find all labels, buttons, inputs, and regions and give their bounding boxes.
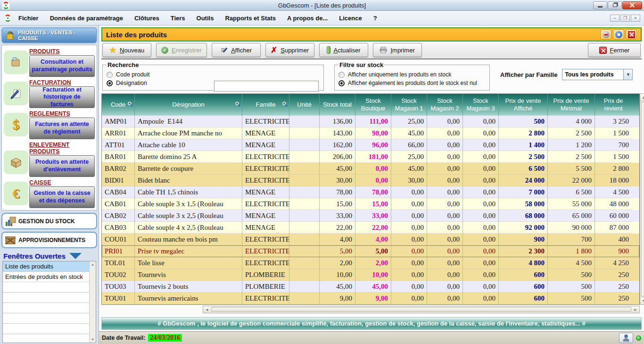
search-input[interactable] [214,81,319,92]
column-header-stock-magasin1[interactable]: Stock Magasin 1 [391,94,427,116]
afficher-label: Afficher [231,47,252,54]
search-icon[interactable] [128,101,133,109]
menu-item[interactable]: Clôtures [129,13,165,24]
column-header-prix-vente-minimal[interactable]: Prix de vente Minimal [548,94,595,116]
sidebar-header-button[interactable]: PRODUITS - VENTES - CAISSE [1,27,97,43]
scroll-down-icon[interactable]: ▼ [640,297,644,304]
scroll-down-icon[interactable]: ▼ [91,337,95,342]
column-header-unite[interactable]: Unité [289,94,320,116]
table-row[interactable]: TOU01 Tournevis americains ELECTRICITE 9… [102,293,639,304]
mdi-restore-icon[interactable]: ❐ [620,15,630,22]
gestion-du-stock-button[interactable]: GESTION DU STOCK [1,213,97,229]
table-row[interactable]: TOU03 Tournevis 2 bouts PLOMBERIE 45,00 … [102,281,639,293]
table-vertical-scrollbar[interactable]: ▲ ▼ [640,93,644,305]
table-row[interactable]: TOL01 Tole lisse ELECTRICITE 2,00 2,00 0… [102,257,639,269]
cell-stock-magasin3: 0,00 [463,269,499,281]
open-window-item[interactable]: Entrées de produits en stock [3,272,96,282]
mdi-minimize-icon[interactable]: – [610,15,619,22]
table-row[interactable]: BAR02 Barrette de coupure ELECTRICITE 45… [102,163,639,175]
table-row[interactable]: CAB03 Cable souple 4 x 2,5 (Rouleau MENA… [102,222,639,234]
radio-stock-nul[interactable] [339,80,345,86]
header-stop-button[interactable] [613,29,624,40]
sidebar-section-title-enlevement[interactable]: ENLEVEMENT PRODUITS [29,142,95,155]
close-button[interactable] [622,1,642,9]
menu-item[interactable]: Données de paramétrage [44,13,129,24]
nouveau-button[interactable]: ★Nouveau [102,43,151,57]
chevron-down-icon[interactable]: ▼ [623,69,632,80]
column-header-famille[interactable]: Famille [242,94,289,116]
column-header-stock-total[interactable]: Stock total [320,94,355,116]
fermer-button[interactable]: Fermer [588,43,641,57]
menu-item[interactable]: Tiers [165,13,191,24]
sidebar-button-enlevement[interactable]: Produits en attente d'enlèvement [29,155,95,177]
table-row[interactable]: TOU02 Tournevis PLOMBERIE 10,00 10,00 0,… [102,269,639,281]
radio-produits-en-stock[interactable] [339,72,345,78]
column-header-code[interactable]: Code [102,94,135,116]
cell-stock-total: 30,00 [320,175,355,186]
table-row[interactable]: CAB04 Cable TH 1,5 chinois MENAGE 78,00 … [102,186,639,198]
open-window-item[interactable]: Liste des produits [3,261,96,272]
afficher-button[interactable]: Afficher [212,43,261,57]
table-row[interactable]: AMP01 Ampoule E144 ELECTRICITE 136,00 11… [102,116,639,127]
menu-item[interactable]: Fichier [13,13,44,24]
menu-item[interactable]: Licence [333,13,367,24]
user-button[interactable] [619,333,633,343]
table-row[interactable]: BAR01 Barette domino 25 A ELECTRICITE 20… [102,151,639,163]
column-header-stock-magasin2[interactable]: Stock Magasin 2 [427,94,463,116]
sidebar-button-consultation-produits[interactable]: Consultation et paramétrage produits [29,55,95,77]
sidebar-section-title-caisse[interactable]: CAISSE [29,179,95,186]
restore-button[interactable] [608,1,622,9]
table-row[interactable]: PRI01 Prise tv megalec ELECTRICITE 5,00 … [102,245,639,257]
cell-stock-magasin1: 0,00 [391,234,427,245]
sidebar-button-facturation[interactable]: Facturation et historique de factures [29,86,95,108]
column-header-stock-boutique[interactable]: Stock Boutique [355,94,391,116]
famille-select[interactable]: Tous les produits ▼ [562,69,633,80]
scroll-left-icon[interactable]: ◄ [203,306,211,313]
scrollbar-thumb[interactable] [641,102,644,296]
sidebar-button-reglements[interactable]: Factures en attente de règlement [29,117,95,139]
menu-item[interactable]: Outils [191,13,220,24]
column-header-stock-magasin3[interactable]: Stock Magasin 3 [463,94,499,116]
date-travail-label: Date de Travail: [102,335,145,341]
header-close-button[interactable] [626,29,637,40]
imprimer-button[interactable]: Imprimer [373,43,422,57]
mdi-close-icon[interactable]: × [631,15,640,22]
actualiser-button[interactable]: Actualiser [319,43,368,57]
sidebar-button-caisse[interactable]: Gestion de la caisse et des dépenses [29,186,95,208]
scrollbar-thumb[interactable] [211,307,631,312]
table-row[interactable]: CAB01 Cable souple 3 x 1,5 (Rouleau ELEC… [102,198,639,210]
approvisionnements-button[interactable]: APPROVISIONNEMENTS [1,232,97,248]
enregistrer-button[interactable]: ✓Enregistrer [156,43,207,57]
scroll-up-icon[interactable]: ▲ [640,94,644,101]
menu-item[interactable]: Rapports et Stats [219,13,281,24]
supprimer-button[interactable]: ✗Supprimer [265,43,314,57]
table-row[interactable]: ARR01 Arrache cloue PM manche no MENAGE … [102,127,639,139]
cell-stock-magasin2: 0,00 [427,163,463,175]
search-icon[interactable] [235,101,240,109]
menu-item[interactable]: ? [368,13,383,24]
table-row[interactable]: BID01 Bidet blanc ELECTRICITE 30,00 0,00… [102,175,639,186]
cell-code: CAB03 [102,222,135,234]
search-icon[interactable] [282,101,288,109]
minimize-button[interactable] [593,1,607,9]
famille-label: Afficher par Famille [500,71,557,78]
cell-designation: Tournevis 2 bouts [135,281,242,293]
table-row[interactable]: ATT01 Attache cable 10 MENAGE 162,00 96,… [102,139,639,151]
radio-code-produit[interactable] [107,72,113,78]
scroll-up-icon[interactable]: ▲ [91,262,95,267]
sidebar-section-title-facturation[interactable]: FACTURATION [29,79,95,86]
sidebar-section-title-reglements[interactable]: REGLEMENTS [29,110,95,117]
table-row[interactable]: CAB02 Cable souple 3 x 2,5 (Rouleau MENA… [102,210,639,222]
scroll-right-icon[interactable]: ► [632,306,639,313]
header-print-button[interactable] [600,29,611,40]
column-header-prix-vente-affiche[interactable]: Prix de vente Affiché [499,94,548,116]
table-horizontal-scrollbar[interactable]: ◄ ► [203,306,640,313]
status-led-icon [636,336,641,341]
sidebar-section-title-produits[interactable]: PRODUITS [29,48,95,55]
open-windows-scrollbar[interactable]: ▲ ▼ [89,261,96,343]
column-header-prix-revient[interactable]: Prix de revient [595,94,632,116]
table-row[interactable]: COU01 Couteau manche en bois pm ELECTRIC… [102,234,639,245]
radio-designation[interactable] [107,80,113,86]
column-header-designation[interactable]: Désignation [135,94,242,116]
menu-item[interactable]: A propos de... [281,13,333,24]
